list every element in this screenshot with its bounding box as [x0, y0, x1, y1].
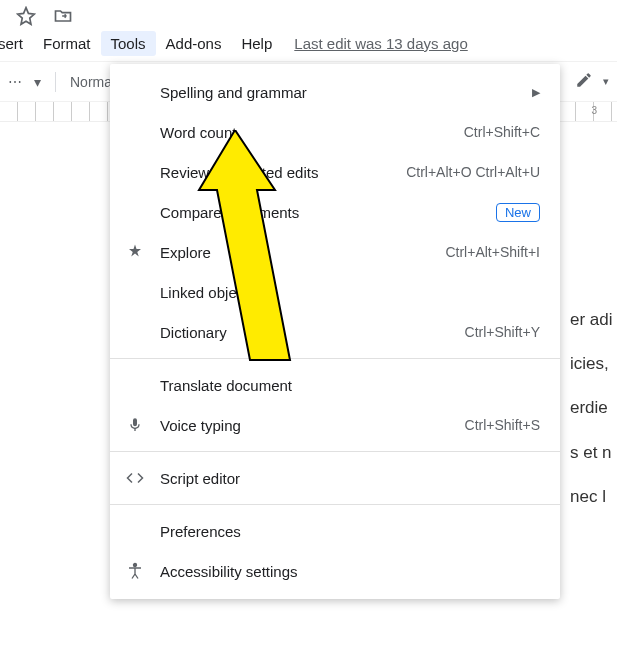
menu-separator [110, 504, 560, 505]
menu-dictionary[interactable]: Dictionary Ctrl+Shift+Y [110, 312, 560, 352]
accessibility-icon [124, 562, 146, 580]
star-outline-icon[interactable] [16, 6, 36, 30]
top-icon-row [0, 0, 617, 32]
folder-move-icon[interactable] [52, 6, 74, 30]
menu-label: Translate document [160, 377, 540, 394]
menu-script-editor[interactable]: Script editor [110, 458, 560, 498]
menu-label: Linked objects [160, 284, 540, 301]
menu-separator [110, 451, 560, 452]
menu-label: Explore [160, 244, 431, 261]
menu-label: Voice typing [160, 417, 451, 434]
menu-shortcut: Ctrl+Shift+Y [465, 324, 540, 340]
menu-separator [110, 358, 560, 359]
menu-explore[interactable]: Explore Ctrl+Alt+Shift+I [110, 232, 560, 272]
menu-voice-typing[interactable]: Voice typing Ctrl+Shift+S [110, 405, 560, 445]
menu-label: Compare documents [160, 204, 482, 221]
menu-tools[interactable]: Tools [101, 31, 156, 56]
menu-preferences[interactable]: Preferences [110, 511, 560, 551]
menu-label: Review suggested edits [160, 164, 392, 181]
mic-icon [124, 417, 146, 433]
menu-review-suggested[interactable]: Review suggested edits Ctrl+Alt+O Ctrl+A… [110, 152, 560, 192]
menu-shortcut: Ctrl+Shift+C [464, 124, 540, 140]
menu-shortcut: Ctrl+Alt+Shift+I [445, 244, 540, 260]
chevron-down-icon[interactable]: ▾ [603, 75, 609, 88]
menu-label: Preferences [160, 523, 540, 540]
menu-help[interactable]: Help [231, 31, 282, 56]
edit-pencil-icon[interactable] [575, 71, 593, 92]
menu-shortcut: Ctrl+Alt+O Ctrl+Alt+U [406, 164, 540, 180]
menu-linked-objects[interactable]: Linked objects [110, 272, 560, 312]
menubar: sert Format Tools Add-ons Help Last edit… [0, 30, 617, 62]
new-badge: New [496, 203, 540, 222]
code-icon [124, 469, 146, 487]
menu-label: Word count [160, 124, 450, 141]
toolbar-more[interactable]: ⋯ [8, 74, 22, 90]
toolbar-style[interactable]: Normal [70, 74, 115, 90]
menu-accessibility[interactable]: Accessibility settings [110, 551, 560, 591]
menu-word-count[interactable]: Word count Ctrl+Shift+C [110, 112, 560, 152]
menu-spelling-grammar[interactable]: Spelling and grammar ▶ [110, 72, 560, 112]
menu-addons[interactable]: Add-ons [156, 31, 232, 56]
menu-insert[interactable]: sert [0, 31, 33, 56]
tools-dropdown: Spelling and grammar ▶ Word count Ctrl+S… [110, 64, 560, 599]
ruler-number: 3 [591, 105, 597, 116]
last-edit-link[interactable]: Last edit was 13 days ago [294, 35, 467, 52]
toolbar-caret[interactable]: ▾ [34, 74, 41, 90]
menu-label: Dictionary [160, 324, 451, 341]
explore-icon [124, 243, 146, 261]
menu-label: Spelling and grammar [160, 84, 510, 101]
menu-format[interactable]: Format [33, 31, 101, 56]
submenu-arrow-icon: ▶ [532, 86, 540, 99]
menu-label: Script editor [160, 470, 540, 487]
menu-translate[interactable]: Translate document [110, 365, 560, 405]
menu-label: Accessibility settings [160, 563, 540, 580]
menu-shortcut: Ctrl+Shift+S [465, 417, 540, 433]
svg-point-0 [134, 564, 137, 567]
toolbar-divider [55, 72, 56, 92]
menu-compare-docs[interactable]: Compare documents New [110, 192, 560, 232]
